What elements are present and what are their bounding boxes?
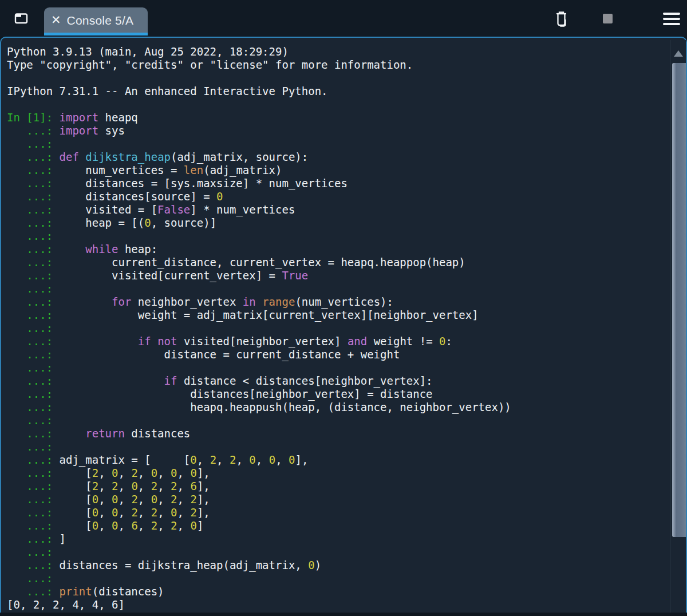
console-line: ...: import sys [7, 124, 670, 137]
console-line: ...: for neighbor_vertex in range(num_ve… [7, 295, 670, 309]
scrollbar-up-arrow-icon[interactable] [674, 50, 683, 57]
console-line: ...: print(distances) [7, 585, 670, 598]
console-line: ...: if distance < distances[neighbor_ve… [7, 374, 670, 388]
console-line: ...: distances = dijkstra_heap(adj_matri… [7, 559, 670, 572]
console-line: Type "copyright", "credits" or "license"… [7, 58, 670, 72]
console-line: ...: [7, 230, 670, 243]
tab-label: Console 5/A [67, 14, 134, 27]
menu-bar [663, 23, 680, 25]
console-line: ...: [7, 414, 670, 427]
close-icon[interactable]: ✕ [51, 14, 61, 26]
console-line: ...: [0, 0, 6, 2, 2, 0] [7, 519, 670, 532]
console-line: ...: def dijkstra_heap(adj_matrix, sourc… [7, 151, 670, 164]
console-line: ...: distances[neighbor_vertex] = distan… [7, 388, 670, 401]
console-line: ...: distances = [sys.maxsize] * num_ver… [7, 177, 670, 190]
console-line: ...: [7, 546, 670, 559]
console-line: ...: visited = [False] * num_vertices [7, 203, 670, 216]
stop-square-icon[interactable] [603, 14, 613, 23]
console-line: ...: current_distance, current_vertex = … [7, 256, 670, 269]
scrollbar-thumb[interactable] [672, 63, 686, 537]
trash-icon[interactable] [552, 10, 570, 28]
console-output-area[interactable]: Python 3.9.13 (main, Aug 25 2022, 18:29:… [1, 38, 670, 613]
console-line: ...: [2, 0, 2, 0, 0, 0], [7, 467, 670, 480]
console-line: ...: [7, 322, 670, 335]
console-line: ...: heap = [(0, source)] [7, 216, 670, 230]
console-line: ...: distances[source] = 0 [7, 190, 670, 203]
console-line: ...: ] [7, 532, 670, 546]
console-line: ...: [0, 0, 2, 0, 2, 2], [7, 493, 670, 506]
console-line: ...: [0, 0, 2, 2, 0, 2], [7, 506, 670, 519]
tab-active-indicator [44, 33, 148, 35]
console-line: ...: while heap: [7, 243, 670, 256]
console-panel: Python 3.9.13 (main, Aug 25 2022, 18:29:… [0, 37, 687, 613]
top-toolbar: ✕ Console 5/A [0, 0, 687, 37]
menu-bar [663, 18, 680, 20]
menu-bar [663, 13, 680, 15]
console-line: IPython 7.31.1 -- An enhanced Interactiv… [7, 85, 670, 98]
console-line: [0, 2, 2, 4, 4, 6] [7, 598, 670, 611]
console-line: ...: adj_matrix = [ [0, 2, 2, 0, 0, 0], [7, 453, 670, 467]
console-line: ...: [7, 282, 670, 295]
console-line: ...: distance = current_distance + weigh… [7, 348, 670, 361]
hamburger-menu-icon[interactable] [663, 13, 680, 25]
console-line: ...: weight = adj_matrix[current_vertex]… [7, 309, 670, 322]
console-line: ...: [2, 2, 0, 2, 2, 6], [7, 480, 670, 493]
console-line: ...: num_vertices = len(adj_matrix) [7, 164, 670, 177]
console-line: ...: [7, 572, 670, 585]
vertical-scrollbar[interactable] [670, 40, 686, 613]
console-line: ...: heapq.heappush(heap, (distance, nei… [7, 401, 670, 414]
console-line: ...: return distances [7, 427, 670, 440]
console-line [7, 72, 670, 85]
console-line: ...: visited[current_vertex] = True [7, 269, 670, 282]
console-line: ...: [7, 361, 670, 374]
console-line: ...: if not visited[neighbor_vertex] and… [7, 335, 670, 348]
new-window-icon[interactable] [13, 10, 29, 26]
console-line [7, 98, 670, 111]
console-line: In [1]: import heapq [7, 111, 670, 124]
console-line: Python 3.9.13 (main, Aug 25 2022, 18:29:… [7, 45, 670, 58]
console-line: ...: [7, 440, 670, 453]
tab-console[interactable]: ✕ Console 5/A [44, 7, 148, 33]
console-line: ...: [7, 137, 670, 151]
